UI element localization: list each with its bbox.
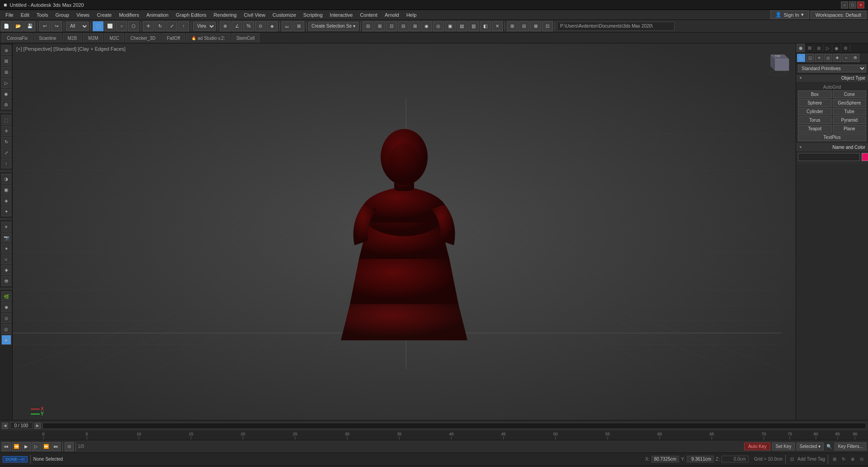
nav-zoom-icon[interactable]: ⊕ <box>849 456 856 463</box>
btn-tube[interactable]: Tube <box>833 108 867 115</box>
btn-sphere[interactable]: Sphere <box>798 99 832 107</box>
btn-cylinder[interactable]: Cylinder <box>798 108 832 115</box>
tab-coronafix[interactable]: CoronaFix <box>2 33 33 43</box>
nav-pan-icon[interactable]: ⊞ <box>831 456 838 463</box>
select-and-scale[interactable]: ⤢ <box>166 21 177 31</box>
left-tool-fx[interactable]: ✱ <box>1 302 11 312</box>
rp-subtab-cameras[interactable]: ◎ <box>824 54 832 62</box>
left-tool-systems[interactable]: ⛃ <box>1 276 11 286</box>
rp-subtab-shapes[interactable]: ◱ <box>806 54 814 62</box>
grid-button-1[interactable]: ⊟ <box>363 21 373 31</box>
menu-tools[interactable]: Tools <box>33 11 52 19</box>
left-tool-render[interactable]: ▣ <box>1 185 11 195</box>
render-button-2[interactable]: ◎ <box>433 21 444 31</box>
left-tool-motion[interactable]: ▷ <box>1 78 11 88</box>
menu-file[interactable]: File <box>2 11 17 19</box>
name-color-header[interactable]: Name and Color <box>796 143 868 151</box>
btn-torus[interactable]: Torus <box>798 116 832 124</box>
snap-options[interactable]: ◈ <box>267 21 278 31</box>
object-type-header[interactable]: Object Type <box>796 74 868 82</box>
left-tool-display[interactable]: ◉ <box>1 89 11 99</box>
menu-group[interactable]: Group <box>52 11 73 19</box>
tab-m2b[interactable]: M2B <box>63 33 82 43</box>
menu-customize[interactable]: Customize <box>269 11 300 19</box>
tab-stemcell[interactable]: StemCell <box>231 33 260 43</box>
selection-filter[interactable]: All <box>66 22 89 31</box>
layer-tool-4[interactable]: ⊡ <box>542 21 553 31</box>
workspaces-button[interactable]: Workspaces: Default <box>811 11 866 19</box>
btn-plane[interactable]: Plane <box>833 125 867 133</box>
left-tool-place[interactable]: ↑ <box>1 158 11 168</box>
play-button[interactable]: ▶ <box>22 442 31 451</box>
autokey-button[interactable]: Auto Key <box>744 443 771 450</box>
tab-checker3d[interactable]: Checker_3D <box>125 33 160 43</box>
left-tool-effects[interactable]: ✦ <box>1 206 11 216</box>
grid-button-4[interactable]: ⊟ <box>398 21 409 31</box>
spinner-snap[interactable]: ⊙ <box>255 21 266 31</box>
left-tool-move[interactable]: ✛ <box>1 126 11 136</box>
btn-cone[interactable]: Cone <box>833 91 867 98</box>
left-tool-utilities[interactable]: ⚙ <box>1 100 11 110</box>
menu-modifiers[interactable]: Modifiers <box>115 11 143 19</box>
tab-falloff[interactable]: FallOff <box>162 33 185 43</box>
btn-textplus[interactable]: TextPlus <box>798 133 866 141</box>
minimize-button[interactable]: − <box>841 1 848 9</box>
set-key-button[interactable]: Set Key <box>772 443 794 450</box>
menu-edit[interactable]: Edit <box>17 11 33 19</box>
rp-tab-display[interactable]: ◉ <box>832 43 841 52</box>
menu-help[interactable]: Help <box>403 11 420 19</box>
rp-tab-hierarchy[interactable]: ⊞ <box>814 43 823 52</box>
grid-button-3[interactable]: ⊡ <box>386 21 397 31</box>
viewport[interactable]: [+] [Perspective] [Standard] [Clay + Edg… <box>13 43 796 420</box>
left-tool-selection[interactable]: ⬚ <box>1 115 11 125</box>
tab-m2c[interactable]: M2C <box>104 33 124 43</box>
render-button-5[interactable]: ▥ <box>468 21 479 31</box>
maximize-button[interactable]: □ <box>849 1 856 9</box>
render-button-4[interactable]: ▤ <box>457 21 467 31</box>
frame-display[interactable]: 0 / 100 <box>10 422 33 429</box>
select-and-place[interactable]: ↑ <box>178 21 189 31</box>
render-button-6[interactable]: ◧ <box>480 21 491 31</box>
left-tool-light[interactable]: ☀ <box>1 222 11 232</box>
layer-tool-1[interactable]: ⊞ <box>507 21 518 31</box>
tab-adstudio[interactable]: ad Studio v.2: <box>186 33 230 43</box>
rp-subtab-systems[interactable]: ⛃ <box>851 54 859 62</box>
redo-button[interactable]: ↪ <box>51 21 62 31</box>
menu-animation[interactable]: Animation <box>143 11 172 19</box>
next-frame-button[interactable]: ⏩ <box>42 442 51 451</box>
left-tool-scale[interactable]: ⤢ <box>1 148 11 157</box>
reference-coord[interactable]: View <box>193 22 216 31</box>
new-button[interactable]: 📄 <box>1 21 12 31</box>
menu-interactive[interactable]: Interactive <box>326 11 357 19</box>
color-swatch[interactable] <box>862 153 868 161</box>
render-button-3[interactable]: ▣ <box>445 21 456 31</box>
rp-tab-motion[interactable]: ▷ <box>823 43 832 52</box>
timeline-track[interactable] <box>42 423 866 429</box>
left-tool-grass[interactable]: 🌿 <box>1 291 11 301</box>
nav-orbit-icon[interactable]: ↻ <box>840 456 847 463</box>
go-to-end-button[interactable]: ⏭ <box>52 442 61 451</box>
grid-button-2[interactable]: ⊞ <box>374 21 385 31</box>
left-tool-material[interactable]: ◑ <box>1 174 11 184</box>
left-tool-hierarchy[interactable]: ⊞ <box>1 67 11 77</box>
left-tool-spacewarp[interactable]: ≈ <box>1 254 11 264</box>
left-tool-active[interactable]: ● <box>1 335 11 345</box>
nav-fov-icon[interactable]: ⊙ <box>858 456 865 463</box>
rp-subtab-lights[interactable]: ☀ <box>815 54 823 62</box>
layer-tool-2[interactable]: ⊟ <box>519 21 529 31</box>
grid-button-5[interactable]: ⊞ <box>410 21 420 31</box>
left-tool-helpers[interactable]: ✚ <box>1 265 11 275</box>
btn-box[interactable]: Box <box>798 91 832 98</box>
select-and-move[interactable]: ✛ <box>143 21 154 31</box>
object-category-dropdown[interactable]: Standard Primitives <box>798 65 866 72</box>
select-and-rotate[interactable]: ↻ <box>155 21 165 31</box>
menu-create[interactable]: Create <box>93 11 115 19</box>
left-tool-extra2[interactable]: ◎ <box>1 324 11 334</box>
left-tool-modify[interactable]: ⌘ <box>1 56 11 66</box>
open-button[interactable]: 📂 <box>13 21 24 31</box>
btn-teapot[interactable]: Teapot <box>798 125 832 133</box>
timeline-prev-arrow[interactable]: ◀ <box>2 423 8 429</box>
rp-tab-create[interactable]: ⊕ <box>796 43 805 52</box>
left-tool-environment[interactable]: ◈ <box>1 195 11 205</box>
key-mode-toggle[interactable]: ⊙ <box>65 442 74 451</box>
